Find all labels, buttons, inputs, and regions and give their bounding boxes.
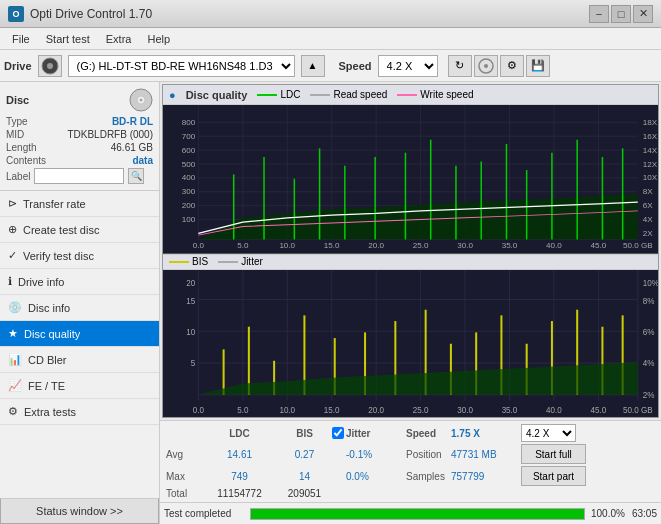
svg-text:45.0: 45.0 xyxy=(591,242,607,250)
disc-panel: Disc Type BD-R DL MID TDKBLDRFB (000) Le… xyxy=(0,82,159,191)
chart-title: Disc quality xyxy=(186,89,248,101)
speed-label: Speed xyxy=(339,60,372,72)
nav-drive-info[interactable]: ℹ Drive info xyxy=(0,269,159,295)
max-label: Max xyxy=(166,471,202,482)
jitter-checkbox[interactable] xyxy=(332,427,344,439)
nav-extra-tests[interactable]: ⚙ Extra tests xyxy=(0,399,159,425)
minimize-button[interactable]: − xyxy=(589,5,609,23)
nav-disc-quality[interactable]: ★ Disc quality xyxy=(0,321,159,347)
menu-extra[interactable]: Extra xyxy=(98,31,140,47)
menu-help[interactable]: Help xyxy=(139,31,178,47)
svg-text:20: 20 xyxy=(186,277,195,288)
label-input[interactable] xyxy=(34,168,124,184)
total-bis: 209051 xyxy=(277,488,332,499)
stats-total-row: Total 11154772 209051 xyxy=(166,488,655,499)
svg-text:2X: 2X xyxy=(643,230,653,238)
stats-bar: LDC BIS Jitter Speed 1.75 X 4.2 X Avg 14… xyxy=(160,420,661,502)
disc-info-icon: 💿 xyxy=(8,301,22,314)
svg-text:50.0 GB: 50.0 GB xyxy=(623,242,653,250)
svg-text:200: 200 xyxy=(182,202,195,210)
svg-text:10.0: 10.0 xyxy=(279,404,295,415)
drive-select[interactable]: (G:) HL-DT-ST BD-RE WH16NS48 1.D3 xyxy=(68,55,295,77)
create-test-disc-label: Create test disc xyxy=(23,224,99,236)
legend-jitter: Jitter xyxy=(218,256,263,267)
svg-text:10X: 10X xyxy=(643,174,657,182)
save-button[interactable]: 💾 xyxy=(526,55,550,77)
close-button[interactable]: ✕ xyxy=(633,5,653,23)
nav-cd-bler[interactable]: 📊 CD Bler xyxy=(0,347,159,373)
svg-text:10%: 10% xyxy=(643,277,658,288)
progress-bar-outer xyxy=(250,508,585,520)
disc-quality-label: Disc quality xyxy=(24,328,80,340)
cd-bler-icon: 📊 xyxy=(8,353,22,366)
maximize-button[interactable]: □ xyxy=(611,5,631,23)
nav-transfer-rate[interactable]: ⊳ Transfer rate xyxy=(0,191,159,217)
max-bis: 14 xyxy=(277,471,332,482)
legend-jitter-label: Jitter xyxy=(241,256,263,267)
contents-label: Contents xyxy=(6,155,46,166)
svg-text:35.0: 35.0 xyxy=(502,404,518,415)
svg-text:18X: 18X xyxy=(643,119,657,127)
nav-verify-test-disc[interactable]: ✓ Verify test disc xyxy=(0,243,159,269)
svg-text:5: 5 xyxy=(191,357,196,368)
speed-select[interactable]: 4.2 X xyxy=(378,55,438,77)
type-label: Type xyxy=(6,116,28,127)
start-full-button[interactable]: Start full xyxy=(521,444,586,464)
svg-text:800: 800 xyxy=(182,119,195,127)
settings-button[interactable]: ⚙ xyxy=(500,55,524,77)
svg-text:10.0: 10.0 xyxy=(279,242,295,250)
legend-bis-label: BIS xyxy=(192,256,208,267)
svg-text:15.0: 15.0 xyxy=(324,404,340,415)
refresh-button[interactable]: ↻ xyxy=(448,55,472,77)
menu-bar: File Start test Extra Help xyxy=(0,28,661,50)
nav-fe-te[interactable]: 📈 FE / TE xyxy=(0,373,159,399)
svg-text:12X: 12X xyxy=(643,160,657,168)
samples-value: 757799 xyxy=(451,471,521,482)
position-value: 47731 MB xyxy=(451,449,521,460)
length-label: Length xyxy=(6,142,37,153)
svg-text:15.0: 15.0 xyxy=(324,242,340,250)
jitter-checkbox-container[interactable] xyxy=(332,427,346,439)
legend-ldc: LDC xyxy=(257,89,300,100)
verify-test-disc-label: Verify test disc xyxy=(23,250,94,262)
total-label: Total xyxy=(166,488,202,499)
svg-text:25.0: 25.0 xyxy=(413,242,429,250)
svg-text:8%: 8% xyxy=(643,295,655,306)
svg-text:20.0: 20.0 xyxy=(368,404,384,415)
avg-ldc: 14.61 xyxy=(202,449,277,460)
progress-area: Test completed 100.0% 63:05 xyxy=(160,502,661,524)
nav-create-test-disc[interactable]: ⊕ Create test disc xyxy=(0,217,159,243)
svg-text:400: 400 xyxy=(182,174,195,182)
svg-text:5.0: 5.0 xyxy=(237,404,248,415)
svg-point-3 xyxy=(484,64,488,68)
avg-label: Avg xyxy=(166,449,202,460)
nav-disc-info[interactable]: 💿 Disc info xyxy=(0,295,159,321)
label-icon-button[interactable]: 🔍 xyxy=(128,168,144,184)
start-part-button[interactable]: Start part xyxy=(521,466,586,486)
legend-ldc-label: LDC xyxy=(280,89,300,100)
top-chart-svg: 800 700 600 500 400 300 200 100 18X 16X … xyxy=(163,105,658,253)
transfer-rate-icon: ⊳ xyxy=(8,197,17,210)
menu-start-test[interactable]: Start test xyxy=(38,31,98,47)
eject-button[interactable]: ▲ xyxy=(301,55,325,77)
disc-button[interactable] xyxy=(474,55,498,77)
status-window-button[interactable]: Status window >> xyxy=(0,498,159,524)
menu-file[interactable]: File xyxy=(4,31,38,47)
svg-text:700: 700 xyxy=(182,132,195,140)
bottom-chart-svg: 20 15 10 5 10% 8% 6% 4% 2% xyxy=(163,270,658,418)
drive-info-label: Drive info xyxy=(18,276,64,288)
jitter-header: Jitter xyxy=(346,428,406,439)
stats-avg-row: Avg 14.61 0.27 -0.1% Position 47731 MB S… xyxy=(166,444,655,464)
drive-info-icon: ℹ xyxy=(8,275,12,288)
svg-text:500: 500 xyxy=(182,160,195,168)
avg-jitter: -0.1% xyxy=(346,449,406,460)
speed-header: Speed xyxy=(406,428,451,439)
svg-text:35.0: 35.0 xyxy=(502,242,518,250)
speed-select-stats[interactable]: 4.2 X xyxy=(521,424,576,442)
svg-text:6%: 6% xyxy=(643,326,655,337)
read-speed-color xyxy=(310,94,330,96)
progress-percent: 100.0% xyxy=(591,508,626,519)
extra-tests-icon: ⚙ xyxy=(8,405,18,418)
speed-value-display: 1.75 X xyxy=(451,428,521,439)
svg-text:4%: 4% xyxy=(643,357,655,368)
